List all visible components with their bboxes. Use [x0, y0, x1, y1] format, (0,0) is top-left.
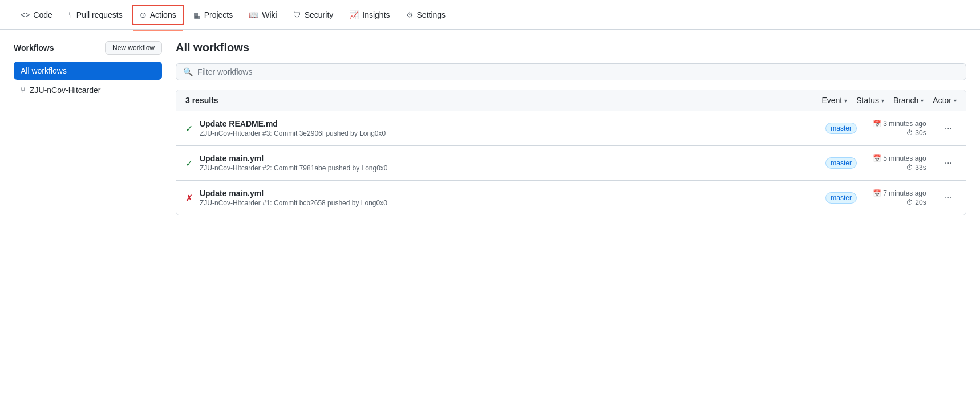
status-success-icon: ✓	[185, 158, 193, 169]
status-filter[interactable]: Status ▾	[856, 96, 884, 105]
table-row[interactable]: ✓ Update README.md ZJU-nCov-Hitcarder #3…	[176, 111, 966, 146]
actor-chevron-icon: ▾	[954, 97, 957, 104]
workflow-name: Update main.yml	[200, 154, 819, 163]
workflow-subtitle: ZJU-nCov-Hitcarder #1: Commit bcb2658 pu…	[200, 199, 819, 207]
workflow-time-ago: 📅 3 minutes ago	[873, 120, 926, 128]
nav-label-insights: Insights	[362, 10, 390, 19]
workflow-meta: 📅 3 minutes ago ⏱ 30s	[873, 120, 926, 137]
nav-label-wiki: Wiki	[262, 10, 277, 19]
sidebar-title: Workflows	[14, 43, 54, 52]
main-layout: Workflows New workflow All workflows ⑂ Z…	[0, 30, 980, 419]
event-chevron-icon: ▾	[844, 97, 847, 104]
results-header: 3 results Event ▾ Status ▾ Branch ▾	[176, 90, 966, 111]
workflow-info: Update main.yml ZJU-nCov-Hitcarder #2: C…	[200, 154, 819, 172]
results-count: 3 results	[185, 96, 821, 105]
more-options-button[interactable]: ···	[940, 190, 957, 205]
nav-item-actions[interactable]: ⊙ Actions	[132, 5, 184, 25]
actor-filter-label: Actor	[933, 96, 951, 105]
projects-icon: ▦	[193, 10, 201, 19]
sidebar: Workflows New workflow All workflows ⑂ Z…	[14, 41, 162, 408]
more-options-button[interactable]: ···	[940, 121, 957, 136]
nav-label-code: Code	[33, 10, 52, 19]
workflow-rows-container: ✓ Update README.md ZJU-nCov-Hitcarder #3…	[176, 111, 966, 215]
filter-input[interactable]	[197, 67, 959, 76]
status-chevron-icon: ▾	[881, 97, 884, 104]
sidebar-item-all-workflows[interactable]: All workflows	[14, 62, 162, 80]
branch-chevron-icon: ▾	[921, 97, 924, 104]
all-workflows-label: All workflows	[21, 66, 67, 75]
table-row[interactable]: ✗ Update main.yml ZJU-nCov-Hitcarder #1:…	[176, 181, 966, 215]
nav-item-wiki[interactable]: 📖 Wiki	[242, 6, 284, 24]
nav-label-pull-requests: Pull requests	[76, 10, 123, 19]
nav-item-code[interactable]: <> Code	[14, 6, 59, 24]
workflow-tree-icon: ⑂	[21, 86, 25, 95]
nav-label-projects: Projects	[204, 10, 233, 19]
security-icon: 🛡	[293, 10, 301, 19]
status-failure-icon: ✗	[185, 193, 193, 204]
workflow-info: Update main.yml ZJU-nCov-Hitcarder #1: C…	[200, 189, 819, 207]
branch-badge: master	[825, 157, 857, 169]
workflow-subtitle: ZJU-nCov-Hitcarder #3: Commit 3e2906f pu…	[200, 129, 819, 137]
nav-item-pull-requests[interactable]: ⑂ Pull requests	[62, 6, 129, 24]
nav-item-security[interactable]: 🛡 Security	[286, 6, 341, 24]
workflow-time-ago: 📅 5 minutes ago	[873, 154, 926, 162]
sidebar-item-zju-ncov[interactable]: ⑂ ZJU-nCov-Hitcarder	[14, 82, 162, 98]
nav-label-settings: Settings	[417, 10, 446, 19]
pull-request-icon: ⑂	[68, 10, 73, 19]
branch-badge: master	[825, 123, 857, 134]
status-filter-label: Status	[856, 96, 879, 105]
branch-filter[interactable]: Branch ▾	[893, 96, 924, 105]
page-title: All workflows	[176, 41, 966, 54]
workflow-duration: ⏱ 33s	[906, 164, 926, 172]
wiki-icon: 📖	[249, 10, 258, 19]
filter-options: Event ▾ Status ▾ Branch ▾ Actor ▾	[821, 96, 957, 105]
event-filter[interactable]: Event ▾	[821, 96, 847, 105]
workflow-duration: ⏱ 20s	[906, 198, 926, 206]
actions-icon: ⊙	[140, 10, 147, 19]
nav-label-actions: Actions	[150, 10, 176, 19]
branch-filter-label: Branch	[893, 96, 918, 105]
results-container: 3 results Event ▾ Status ▾ Branch ▾	[176, 90, 966, 215]
workflow-subtitle: ZJU-nCov-Hitcarder #2: Commit 7981abe pu…	[200, 164, 819, 172]
code-icon: <>	[21, 10, 30, 19]
workflow-time-ago: 📅 7 minutes ago	[873, 189, 926, 197]
workflow-info: Update README.md ZJU-nCov-Hitcarder #3: …	[200, 119, 819, 137]
nav-label-security: Security	[305, 10, 334, 19]
workflow-meta: 📅 7 minutes ago ⏱ 20s	[873, 189, 926, 206]
actor-filter[interactable]: Actor ▾	[933, 96, 957, 105]
insights-icon: 📈	[349, 10, 359, 19]
nav-item-insights[interactable]: 📈 Insights	[342, 6, 396, 24]
settings-icon: ⚙	[406, 10, 414, 19]
event-filter-label: Event	[821, 96, 842, 105]
workflow-meta: 📅 5 minutes ago ⏱ 33s	[873, 154, 926, 172]
branch-badge: master	[825, 192, 857, 204]
new-workflow-button[interactable]: New workflow	[105, 41, 162, 55]
workflow-duration: ⏱ 30s	[906, 129, 926, 137]
nav-item-settings[interactable]: ⚙ Settings	[399, 6, 453, 24]
workflow-name: Update README.md	[200, 119, 819, 128]
search-icon: 🔍	[183, 67, 193, 76]
workflow-name: Update main.yml	[200, 189, 819, 198]
main-content: All workflows 🔍 3 results Event ▾ Status…	[176, 41, 966, 408]
workflow-item-label: ZJU-nCov-Hitcarder	[30, 86, 100, 95]
top-nav: <> Code ⑂ Pull requests ⊙ Actions ▦ Proj…	[0, 0, 980, 30]
more-options-button[interactable]: ···	[940, 156, 957, 170]
nav-item-projects[interactable]: ▦ Projects	[187, 6, 240, 24]
status-success-icon: ✓	[185, 123, 193, 134]
filter-bar: 🔍	[176, 63, 966, 80]
table-row[interactable]: ✓ Update main.yml ZJU-nCov-Hitcarder #2:…	[176, 146, 966, 181]
sidebar-header: Workflows New workflow	[14, 41, 162, 55]
